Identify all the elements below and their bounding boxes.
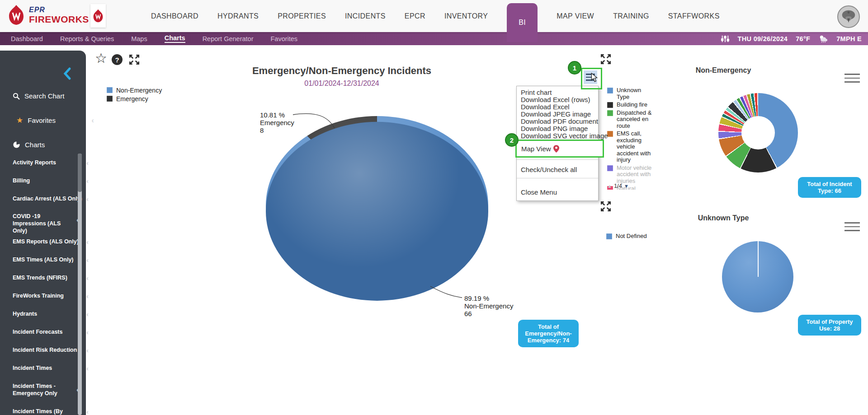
sidebar-item-covid-19-impressions-als-only[interactable]: COVID -19 Impressions (ALS Only)‹ (13, 213, 71, 234)
subnav-item-maps[interactable]: Maps (131, 35, 147, 42)
expand-chart-button[interactable] (600, 53, 612, 67)
nav-item-dashboard[interactable]: DASHBOARD (151, 12, 198, 20)
sidebar-item-charts[interactable]: Charts (13, 141, 99, 149)
sidebar-item-incident-times[interactable]: Incident Times‹ (13, 364, 80, 372)
chevron-left-icon: ‹ (86, 177, 89, 185)
subnav-item-report-generator[interactable]: Report Generator (203, 35, 254, 42)
nav-item-hydrants[interactable]: HYDRANTS (217, 12, 259, 20)
favorite-chart-button[interactable]: ☆ (95, 51, 107, 65)
subnav-item-reports-queries[interactable]: Reports & Queries (60, 35, 114, 42)
legend-item-dispatched-canceled-en-route[interactable]: Dispatched & canceled en route (607, 110, 654, 130)
sidebar-item-incident-times-emergency-only[interactable]: Incident Times - Emergency Only‹ (13, 382, 71, 397)
sidebar-item-ems-times-als-only[interactable]: EMS Times (ALS Only)‹ (13, 256, 80, 263)
sidebar-collapse-button[interactable] (62, 67, 72, 82)
subnav-item-charts[interactable]: Charts (165, 34, 185, 43)
sidebar-item-favorites[interactable]: ★ Favorites ‹ (16, 117, 102, 124)
expand-chart-button[interactable] (128, 54, 140, 67)
menu-item-print-chart[interactable]: Print chart (517, 89, 598, 96)
legend-swatch (607, 102, 613, 108)
weather-icon (818, 35, 828, 43)
firefighter-helmet-icon (840, 8, 857, 25)
annotation-step-2: 2 (505, 133, 519, 147)
sidebar-item-billing[interactable]: Billing‹ (13, 177, 80, 184)
menu-item-download-excel[interactable]: Download Excel (517, 103, 598, 111)
subnav-item-favorites[interactable]: Favorites (270, 35, 297, 42)
sidebar-item-label: Billing (13, 177, 30, 184)
menu-item-download-excel-rows[interactable]: Download Excel (rows) (517, 96, 598, 103)
nav-item-map-view[interactable]: MAP VIEW (557, 12, 594, 20)
legend-item-ems-call-excluding-vehicle-accident-with-injury[interactable]: EMS call, excluding vehicle accident wit… (607, 131, 654, 163)
emergency-slice-label: 10.81 % Emergency 8 (260, 111, 294, 134)
sidebar-scrollbar[interactable] (78, 154, 82, 415)
sidebar-item-cardiac-arrest-als-only[interactable]: Cardiac Arrest (ALS Only)‹ (13, 195, 80, 202)
sidebar-item-ems-trends-nfirs[interactable]: EMS Trends (NFIRS)‹ (13, 274, 80, 281)
department-logo[interactable] (90, 4, 106, 28)
unknown-type-menu-button[interactable] (844, 222, 860, 231)
annotation-step-1: 1 (568, 61, 581, 75)
legend-label: Non-Emergency (116, 87, 162, 94)
sidebar-item-hydrants[interactable]: Hydrants‹ (13, 310, 80, 317)
chevron-left-icon: ‹ (86, 275, 89, 282)
legend-page-down-icon[interactable]: ▼ (624, 183, 629, 189)
menu-item-check-uncheck-all[interactable]: Check/Uncheck all (521, 166, 577, 173)
emergency-pie-chart[interactable] (266, 116, 488, 295)
sidebar-item-incident-forecasts[interactable]: Incident Forecasts‹ (13, 328, 80, 336)
sidebar-item-incident-times-by[interactable]: Incident Times (By‹ (13, 408, 80, 415)
expand-chart-button[interactable] (600, 201, 612, 214)
legend-item-emergency[interactable]: Emergency (107, 95, 162, 103)
sidebar-item-label: EMS Times (ALS Only) (13, 256, 74, 263)
search-chart-button[interactable]: Search Chart (13, 92, 99, 100)
sidebar-item-label: COVID -19 Impressions (ALS Only) (13, 213, 61, 234)
nav-item-training[interactable]: TRAINING (613, 12, 649, 20)
user-avatar[interactable] (837, 5, 860, 28)
nav-item-properties[interactable]: PROPERTIES (278, 12, 326, 20)
property-use-pie-chart[interactable] (722, 241, 793, 312)
sidebar-item-fireworks-training[interactable]: FireWorks Training‹ (13, 292, 80, 299)
filters-icon[interactable] (721, 35, 730, 43)
search-icon (13, 93, 20, 100)
nav-item-staffworks[interactable]: STAFFWORKS (668, 12, 720, 20)
nav-item-incidents[interactable]: INCIDENTS (345, 12, 386, 20)
incident-type-donut-chart[interactable] (718, 93, 798, 173)
non-emergency-menu-button[interactable] (844, 74, 860, 83)
legend-pagination: ▲ 1/4 ▼ (607, 182, 629, 189)
sidebar-item-activity-reports[interactable]: Activity Reports‹ (13, 159, 80, 166)
current-date: THU 09/26/2024 (738, 35, 788, 42)
sidebar-item-label: EMS Trends (NFIRS) (13, 275, 67, 281)
menu-item-download-pdf-document[interactable]: Download PDF document (517, 118, 598, 125)
menu-item-map-view[interactable]: Map View (515, 140, 604, 158)
logo-fireworks-text: FIREWORKS (29, 14, 89, 24)
sidebar-item-label: FireWorks Training (13, 293, 64, 299)
legend-item-unknown-type[interactable]: Unknown Type (607, 87, 654, 100)
sidebar-item-ems-reports-als-only[interactable]: EMS Reports (ALS Only)‹ (13, 238, 80, 245)
fireworks-flame-icon (7, 5, 25, 25)
total-badge: Total of Emergency/Non-Emergency: 74 (518, 320, 579, 347)
app-logo[interactable]: EPR FIREWORKS (7, 5, 89, 25)
legend-item-not-defined[interactable]: Not Defined (606, 233, 647, 240)
sidebar-scrollbar-thumb[interactable] (78, 154, 82, 192)
chevron-left-icon: ‹ (86, 365, 89, 372)
menu-item-close-menu[interactable]: Close Menu (521, 188, 557, 196)
nav-item-epcr[interactable]: EPCR (405, 12, 425, 20)
status-strip: THU 09/26/2024 76°F 7MPH E (721, 32, 862, 45)
chevron-left-icon: ‹ (86, 238, 89, 246)
menu-item-download-jpeg-image[interactable]: Download JPEG image (517, 111, 598, 118)
legend-item-building-fire[interactable]: Building fire (607, 102, 654, 108)
nav-item-inventory[interactable]: INVENTORY (444, 12, 488, 20)
legend-swatch (107, 87, 113, 93)
pie-chart-icon (13, 141, 20, 149)
legend-item-motor-vehicle-accident-with-injuries[interactable]: Motor vehicle accident with injuries (607, 165, 654, 185)
sidebar-item-incident-risk-reduction[interactable]: Incident Risk Reduction‹ (13, 346, 80, 354)
subnav-item-dashboard[interactable]: Dashboard (11, 35, 43, 42)
non-emergency-legend: Unknown TypeBuilding fireDispatched & ca… (607, 87, 654, 191)
legend-swatch (107, 96, 113, 102)
legend-page-up-icon[interactable]: ▲ (607, 183, 612, 189)
nav-item-bi[interactable]: BI (507, 3, 538, 42)
menu-item-download-png-image[interactable]: Download PNG image (517, 125, 598, 132)
help-icon[interactable]: ? (112, 54, 123, 65)
legend-label: Unknown Type (617, 87, 654, 100)
menu-divider (517, 159, 598, 160)
sidebar-item-label: Incident Times (13, 365, 52, 371)
favorites-label: Favorites (28, 117, 56, 124)
legend-item-non-emergency[interactable]: Non-Emergency (107, 87, 162, 94)
